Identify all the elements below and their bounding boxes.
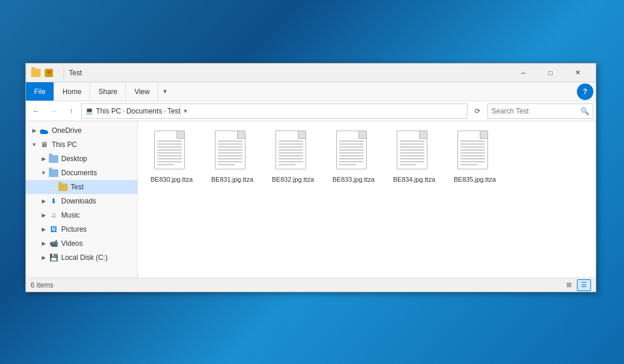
doc-icon	[457, 131, 488, 169]
documents-label: Documents	[61, 169, 134, 177]
doc-line	[278, 152, 303, 153]
search-icon[interactable]: 🔍	[580, 105, 589, 117]
onedrive-arrow: ▶	[29, 128, 39, 133]
videos-label: Videos	[61, 239, 134, 248]
doc-line	[218, 164, 235, 165]
localdisk-icon: 💾	[48, 253, 59, 262]
sidebar-item-desktop[interactable]: ▶ Desktop	[26, 152, 137, 166]
file-item-f2[interactable]: BE831.jpg.ttza	[204, 127, 260, 187]
doc-line	[157, 141, 182, 142]
file-icon	[336, 131, 371, 173]
address-bar: ← → ↑ 💻 This PC › Documents › Test ▼ ⟳ 🔍	[26, 101, 596, 121]
doc-line	[218, 141, 243, 142]
doc-line	[339, 143, 364, 145]
tab-share[interactable]: Share	[90, 82, 126, 101]
help-button[interactable]: ?	[577, 84, 593, 100]
doc-line	[460, 146, 485, 148]
refresh-button[interactable]: ⟳	[470, 103, 485, 119]
status-bar: 6 items ⊞ ☰	[26, 278, 596, 292]
doc-line	[278, 161, 303, 162]
file-item-f4[interactable]: BE833.jpg.ttza	[326, 127, 381, 187]
doc-line	[218, 155, 243, 156]
view-list-button[interactable]: ☰	[577, 279, 591, 291]
forward-button[interactable]: →	[46, 103, 61, 119]
doc-line	[339, 146, 364, 148]
doc-icon	[276, 131, 306, 169]
file-item-f3[interactable]: BE832.jpg.ttza	[265, 127, 321, 187]
ribbon-chevron-icon[interactable]: ▼	[158, 88, 171, 95]
sidebar-item-thispc[interactable]: ▼ 🖥 This PC	[26, 138, 137, 152]
doc-line	[400, 155, 424, 156]
sidebar-item-pictures[interactable]: ▶ 🖼 Pictures	[26, 222, 137, 236]
videos-icon: 📹	[48, 239, 59, 248]
tab-view[interactable]: View	[126, 82, 158, 101]
window-title: Test	[69, 69, 510, 77]
doc-lines	[460, 141, 485, 167]
file-name: BE831.jpg.ttza	[211, 175, 254, 183]
doc-lines	[218, 141, 243, 167]
sidebar-item-music[interactable]: ▶ ♫ Music	[26, 208, 137, 222]
view-grid-button[interactable]: ⊞	[562, 279, 576, 291]
file-name: BE832.jpg.ttza	[272, 175, 314, 183]
doc-line	[157, 146, 182, 148]
file-item-f1[interactable]: BE830.jpg.ttza	[144, 127, 200, 187]
title-bar-icons: 📌	[31, 68, 54, 78]
up-button[interactable]: ↑	[64, 103, 79, 119]
doc-lines	[400, 141, 424, 167]
doc-line	[460, 149, 485, 151]
file-icon	[457, 131, 493, 173]
tab-home[interactable]: Home	[54, 82, 90, 101]
path-dropdown-button[interactable]: ▼	[180, 103, 190, 119]
file-area: BE830.jpg.ttza BE8	[138, 121, 596, 278]
downloads-icon: ⬇	[48, 196, 59, 206]
file-icon	[215, 131, 250, 173]
doc-line	[460, 158, 485, 159]
doc-line	[278, 155, 303, 156]
doc-line	[157, 158, 182, 159]
doc-line	[400, 158, 424, 159]
sidebar-item-videos[interactable]: ▶ 📹 Videos	[26, 236, 137, 251]
sidebar-item-documents[interactable]: ▼ Documents	[26, 166, 137, 180]
sidebar-item-localdisk[interactable]: ▶ 💾 Local Disk (C:)	[26, 251, 137, 265]
doc-line	[400, 141, 424, 142]
doc-icon	[336, 131, 367, 169]
doc-line	[218, 146, 243, 148]
documents-arrow: ▼	[39, 170, 48, 176]
view-buttons: ⊞ ☰	[562, 279, 591, 291]
tab-view-label: View	[134, 88, 150, 96]
file-item-f6[interactable]: BE835.jpg.ttza	[447, 127, 503, 187]
doc-lines	[278, 141, 303, 167]
maximize-button[interactable]: □	[537, 64, 564, 82]
file-icon	[154, 131, 190, 173]
doc-line	[157, 164, 174, 165]
doc-line	[278, 146, 303, 148]
doc-line	[157, 152, 182, 153]
address-path[interactable]: 💻 This PC › Documents › Test ▼	[81, 103, 467, 119]
file-name: BE835.jpg.ttza	[454, 175, 496, 183]
onedrive-label: OneDrive	[52, 126, 134, 135]
downloads-label: Downloads	[61, 197, 134, 205]
doc-line	[218, 152, 243, 153]
thispc-arrow: ▼	[29, 142, 39, 148]
thispc-icon: 🖥	[39, 140, 49, 149]
doc-line	[400, 143, 424, 145]
svg-point-1	[40, 129, 45, 133]
localdisk-arrow: ▶	[39, 255, 48, 261]
doc-line	[339, 161, 364, 162]
back-button[interactable]: ←	[28, 103, 44, 119]
desktop-arrow: ▶	[39, 156, 48, 162]
close-button[interactable]: ✕	[564, 64, 591, 82]
search-input[interactable]	[492, 107, 580, 115]
desktop-icon	[48, 154, 59, 163]
tab-file[interactable]: File	[26, 82, 54, 101]
sidebar-item-test[interactable]: Test	[26, 180, 137, 194]
title-separator	[64, 67, 64, 79]
sidebar-item-downloads[interactable]: ▶ ⬇ Downloads	[26, 194, 137, 208]
file-item-f5[interactable]: BE834.jpg.ttza	[386, 127, 442, 187]
minimize-button[interactable]: ─	[510, 64, 537, 82]
doc-line	[157, 143, 182, 145]
file-icon	[276, 131, 311, 173]
doc-line	[460, 141, 485, 142]
sidebar-item-onedrive[interactable]: ▶ OneDrive	[26, 123, 137, 138]
path-chevron-2: ›	[164, 108, 165, 114]
